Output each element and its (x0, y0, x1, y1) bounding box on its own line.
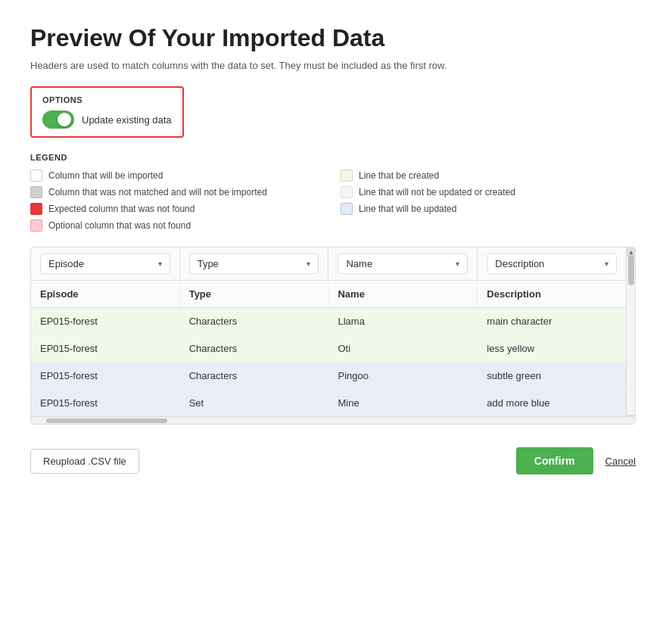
table-cell: EP015-forest (31, 308, 179, 335)
episode-header: Episode (31, 281, 179, 308)
toggle-row: Update existing data (42, 110, 172, 129)
table-cell: EP015-forest (31, 390, 179, 417)
table-cell: Characters (179, 362, 328, 390)
list-item: Line that be created (341, 170, 636, 182)
table-cell: Characters (179, 335, 328, 362)
page-subtitle: Headers are used to match columns with t… (30, 60, 636, 71)
table-cell: Characters (179, 308, 328, 335)
list-item: Line that will be updated (341, 203, 636, 215)
chevron-down-icon: ▾ (307, 260, 310, 268)
type-header: Type (179, 281, 328, 308)
footer: Reupload .CSV file Confirm Cancel (30, 447, 636, 474)
horizontal-scrollbar[interactable] (31, 416, 635, 424)
table-row: EP015-forest Characters Pingoo subtle gr… (31, 362, 626, 390)
reupload-button[interactable]: Reupload .CSV file (30, 449, 139, 474)
chevron-down-icon: ▾ (456, 260, 459, 268)
legend-grid: Column that will be imported Column that… (30, 170, 636, 232)
h-scroll-thumb[interactable] (46, 418, 167, 423)
legend-item-label: Line that will not be updated or created (359, 187, 515, 198)
table-row: EP015-forest Characters Llama main chara… (31, 308, 626, 335)
page-title: Preview Of Your Imported Data (30, 24, 636, 52)
options-box: OPTIONS Update existing data (30, 86, 184, 138)
swatch-gray (30, 186, 42, 198)
swatch-light-gray2 (341, 186, 353, 198)
table-row: EP015-forest Characters Oti less yellow (31, 335, 626, 362)
table-cell: Mine (328, 390, 478, 417)
col-selector-cell: Name ▾ (328, 247, 478, 281)
scroll-thumb[interactable] (628, 255, 634, 285)
list-item: Line that will not be updated or created (341, 186, 636, 198)
legend-item-label: Line that will be updated (359, 204, 456, 214)
legend-item-label: Line that be created (359, 170, 439, 181)
table-scroll-area[interactable]: Episode ▾ Type ▾ Name ▾ (31, 247, 626, 416)
list-item: Column that will be imported (30, 170, 325, 182)
description-selector-value: Description (495, 258, 544, 269)
legend-item-label: Expected column that was not found (48, 204, 195, 214)
list-item: Column that was not matched and will not… (30, 186, 325, 198)
table-cell: add more blue (478, 390, 626, 417)
name-selector-value: Name (346, 258, 372, 269)
table-cell: subtle green (478, 362, 626, 390)
table-cell: Set (179, 390, 328, 417)
col-selector-cell: Description ▾ (478, 247, 626, 281)
col-selector-cell: Type ▾ (179, 247, 328, 281)
list-item: Optional column that was not found (30, 219, 325, 232)
type-selector-value: Type (198, 258, 219, 269)
table-cell: Llama (328, 308, 478, 335)
table-cell: less yellow (478, 335, 626, 362)
vertical-scrollbar[interactable]: ▲ ▼ (626, 247, 635, 424)
type-column-selector[interactable]: Type ▾ (189, 254, 319, 274)
swatch-pink (30, 219, 42, 232)
confirm-button[interactable]: Confirm (516, 447, 593, 474)
episode-selector-value: Episode (48, 258, 84, 269)
chevron-down-icon: ▾ (605, 260, 608, 268)
table-cell: EP015-forest (31, 335, 179, 362)
column-selector-row: Episode ▾ Type ▾ Name ▾ (31, 247, 626, 281)
swatch-white (30, 170, 42, 182)
table-header-row: Episode Type Name Description (31, 281, 626, 308)
table-cell: main character (478, 308, 626, 335)
col-selector-cell: Episode ▾ (31, 247, 179, 281)
update-existing-toggle[interactable] (42, 110, 74, 129)
description-header: Description (478, 281, 626, 308)
data-table-container: ▲ ▼ Episode ▾ Type ▾ (30, 247, 636, 425)
table-row: EP015-forest Set Mine add more blue (31, 390, 626, 417)
episode-column-selector[interactable]: Episode ▾ (40, 254, 170, 274)
legend-items-left: Column that will be imported Column that… (30, 170, 325, 232)
name-column-selector[interactable]: Name ▾ (338, 254, 468, 274)
list-item: Expected column that was not found (30, 203, 325, 215)
legend-items-right: Line that be created Line that will not … (341, 170, 636, 232)
swatch-light-blue (341, 203, 353, 215)
import-preview-table: Episode ▾ Type ▾ Name ▾ (31, 247, 626, 416)
toggle-label: Update existing data (82, 114, 172, 126)
options-label: OPTIONS (42, 95, 172, 104)
description-column-selector[interactable]: Description ▾ (487, 254, 617, 274)
table-cell: Pingoo (328, 362, 478, 390)
swatch-light-green (341, 170, 353, 182)
legend-title: LEGEND (30, 153, 636, 162)
swatch-red (30, 203, 42, 215)
footer-actions: Confirm Cancel (516, 447, 636, 474)
table-cell: Oti (328, 335, 478, 362)
table-cell: EP015-forest (31, 362, 179, 390)
legend-item-label: Column that was not matched and will not… (48, 187, 267, 198)
name-header: Name (328, 281, 478, 308)
legend-item-label: Optional column that was not found (48, 220, 191, 231)
cancel-button[interactable]: Cancel (605, 456, 636, 467)
legend-section: LEGEND Column that will be imported Colu… (30, 153, 636, 232)
legend-item-label: Column that will be imported (48, 170, 163, 181)
chevron-down-icon: ▾ (158, 260, 162, 268)
